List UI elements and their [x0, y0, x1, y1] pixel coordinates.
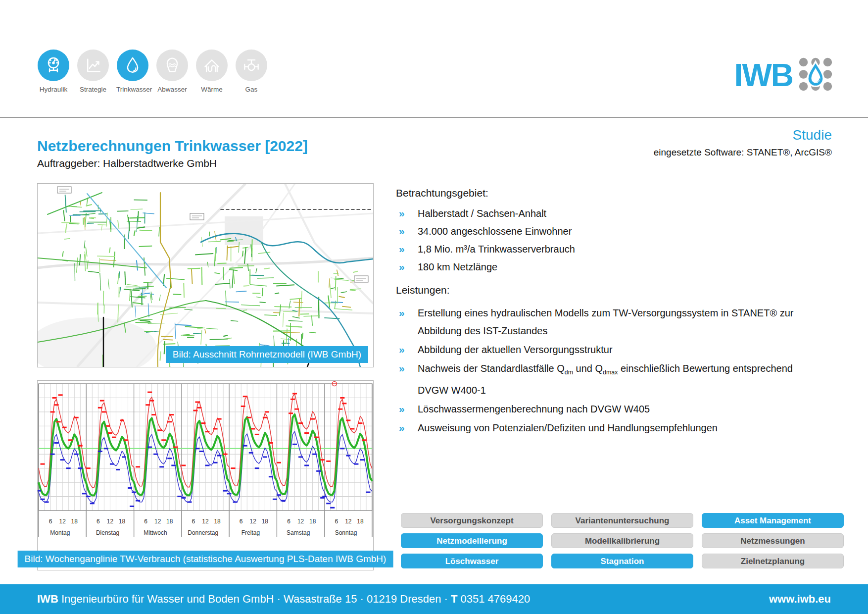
tag-button[interactable]: Modellkalibrierung [551, 533, 693, 548]
logo-drop-mark [799, 57, 832, 93]
service-tags-grid: VersorgungskonzeptVariantenuntersuchungA… [401, 513, 844, 568]
svg-text:Sonntag: Sonntag [335, 529, 357, 536]
list-item: »180 km Netzlänge [399, 260, 846, 273]
svg-text:6: 6 [96, 518, 100, 525]
chevron-bullet-icon: » [399, 207, 418, 220]
page-title: Netzberechnungen Trinkwasser [2022] [37, 138, 308, 154]
footer-address: IWB Ingenieurbüro für Wasser und Boden G… [37, 593, 530, 606]
company-logo: IWB [734, 57, 832, 93]
footer-phone-label: T [451, 593, 457, 605]
nav-item-label: Abwasser [156, 86, 189, 93]
client-line: Auftraggeber: Halberstadtwerke GmbH [37, 157, 217, 169]
heat-icon [196, 50, 228, 81]
nav-item-label: Gas [235, 86, 268, 93]
list-item: »Abbildung der aktuellen Versorgungsstru… [399, 341, 846, 358]
tag-button[interactable]: Stagnation [551, 554, 693, 568]
list-item-text: 180 km Netzlänge [418, 260, 497, 273]
svg-text:6: 6 [49, 518, 52, 525]
chevron-bullet-icon: » [399, 260, 418, 273]
chevron-bullet-icon: » [399, 243, 418, 256]
list-item-text: Ausweisung von Potenzialen/Defiziten und… [418, 419, 718, 437]
footer-phone: 0351 4769420 [457, 593, 530, 605]
footer-company-abbr: IWB [37, 593, 58, 605]
svg-text:12: 12 [297, 518, 304, 525]
svg-text:12: 12 [107, 518, 114, 525]
svg-text:18: 18 [357, 518, 364, 525]
svg-text:18: 18 [119, 518, 126, 525]
section-heading-services: Leistungen: [396, 284, 846, 296]
nav-item-strategie[interactable]: Strategie [77, 50, 109, 93]
area-list: »Halberstadt / Sachsen-Anhalt»34.000 ang… [399, 207, 846, 273]
tag-button[interactable]: Netzmessungen [702, 533, 844, 548]
chevron-bullet-icon: » [399, 419, 418, 437]
list-item: »Halberstadt / Sachsen-Anhalt [399, 207, 846, 220]
chart-icon [77, 50, 109, 81]
chevron-bullet-icon: » [399, 400, 418, 418]
list-item: »Nachweis der Standardlastfälle Qdm und … [399, 359, 846, 399]
software-line: eingesetzte Software: STANET®, ArcGIS® [654, 147, 832, 158]
nav-item-trinkwasser[interactable]: Trinkwasser [116, 50, 149, 93]
nav-item-label: Wärme [195, 86, 228, 93]
nav-item-abwasser[interactable]: Abwasser [156, 50, 189, 93]
svg-text:6: 6 [192, 518, 195, 525]
list-item: »Erstellung eines hydraulischen Modells … [399, 304, 846, 340]
svg-text:18: 18 [166, 518, 173, 525]
list-item: »Ausweisung von Potenzialen/Defiziten un… [399, 419, 846, 437]
footer-website-link[interactable]: www.iwb.eu [769, 593, 831, 606]
list-item: »Löschwassermengenberechnung nach DVGW W… [399, 400, 846, 418]
list-item-text: Abbildung der aktuellen Versorgungsstruk… [418, 341, 613, 358]
chevron-bullet-icon: » [399, 304, 418, 322]
footer-company-rest: Ingenieurbüro für Wasser und Boden GmbH … [58, 593, 451, 605]
nav-item-label: Hydraulik [37, 86, 70, 93]
list-item-text: Löschwassermengenberechnung nach DVGW W4… [418, 400, 650, 418]
svg-text:6: 6 [144, 518, 147, 525]
sewage-icon [156, 50, 188, 81]
nav-item-waerme[interactable]: Wärme [195, 50, 228, 93]
header-divider [0, 117, 868, 118]
list-item-text: Nachweis der Standardlastfälle Qdm und Q… [418, 359, 794, 399]
tag-button[interactable]: Zielnetzplanung [702, 554, 844, 568]
footer-bar: IWB Ingenieurbüro für Wasser und Boden G… [0, 584, 868, 614]
svg-text:12: 12 [154, 518, 161, 525]
tag-button[interactable]: Versorgungskonzept [401, 513, 543, 528]
details-column: Betrachtungsgebiet: »Halberstadt / Sachs… [396, 187, 846, 438]
nav-item-hydraulik[interactable]: Hydraulik [37, 50, 70, 93]
project-type-label: Studie [654, 128, 832, 143]
svg-text:18: 18 [214, 518, 221, 525]
gauge-icon [38, 50, 69, 81]
nav-item-label: Strategie [77, 86, 109, 93]
nav-item-label: Trinkwasser [116, 86, 149, 93]
svg-text:12: 12 [202, 518, 209, 525]
list-item-text: 34.000 angeschlossene Einwohner [418, 225, 572, 238]
chevron-bullet-icon: » [399, 359, 418, 377]
tag-button[interactable]: Netzmodellierung [401, 533, 543, 548]
svg-text:12: 12 [59, 518, 66, 525]
water-drop-icon [117, 50, 148, 81]
svg-text:Mittwoch: Mittwoch [144, 529, 167, 536]
logo-text: IWB [734, 59, 793, 91]
svg-text:Montag: Montag [50, 529, 70, 536]
tag-button[interactable]: Löschwasser [401, 554, 543, 568]
weekly-demand-chart-figure: 61218Montag61218Dienstag61218Mittwoch612… [37, 380, 374, 570]
tag-button[interactable]: Asset Management [702, 513, 844, 528]
nav-item-gas[interactable]: Gas [235, 50, 268, 93]
services-list: »Erstellung eines hydraulischen Modells … [399, 304, 846, 437]
svg-text:18: 18 [262, 518, 269, 525]
tag-button[interactable]: Variantenuntersuchung [551, 513, 693, 528]
section-heading-area: Betrachtungsgebiet: [396, 187, 846, 199]
network-map-image [38, 184, 373, 367]
map-caption: Bild: Ausschnitt Rohrnetzmodell (IWB Gmb… [166, 346, 368, 363]
chevron-bullet-icon: » [399, 225, 418, 238]
svg-text:Freitag: Freitag [241, 529, 260, 536]
svg-text:Samstag: Samstag [287, 529, 310, 536]
chevron-bullet-icon: » [399, 341, 418, 358]
project-type-block: Studie eingesetzte Software: STANET®, Ar… [654, 128, 832, 158]
service-icon-row: Hydraulik Strategie Trinkwasser [37, 50, 268, 93]
valve-icon [236, 50, 267, 81]
svg-text:Dienstag: Dienstag [96, 529, 119, 536]
chart-caption: Bild: Wochenganglinie TW-Verbrauch (stat… [18, 551, 393, 567]
svg-text:6: 6 [240, 518, 243, 525]
list-item-text: Halberstadt / Sachsen-Anhalt [418, 207, 546, 220]
svg-text:12: 12 [250, 518, 257, 525]
svg-text:6: 6 [287, 518, 290, 525]
